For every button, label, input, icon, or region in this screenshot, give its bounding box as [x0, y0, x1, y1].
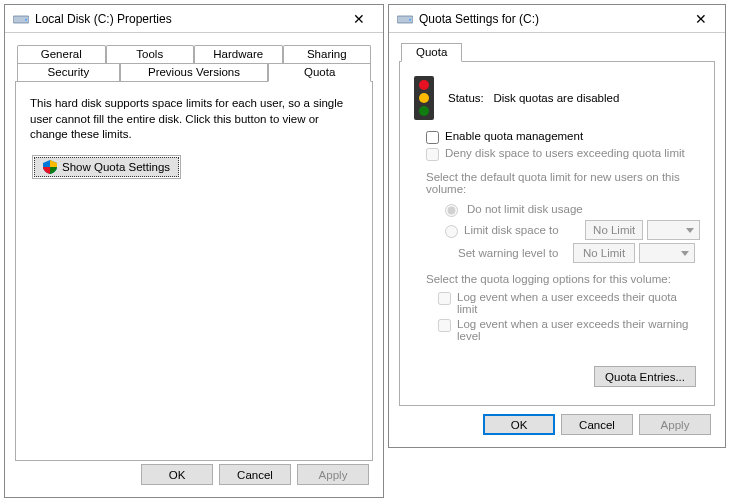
tab-quota[interactable]: Quota [401, 43, 462, 62]
close-button[interactable]: ✕ [339, 7, 379, 31]
close-button[interactable]: ✕ [681, 7, 721, 31]
window-title: Local Disk (C:) Properties [29, 12, 339, 26]
apply-button[interactable]: Apply [297, 464, 369, 485]
tab-hardware[interactable]: Hardware [194, 45, 283, 63]
warning-label: Set warning level to [458, 247, 567, 259]
deny-space-label: Deny disk space to users exceeding quota… [445, 147, 685, 159]
window-title: Quota Settings for (C:) [413, 12, 681, 26]
deny-space-input[interactable] [426, 148, 439, 161]
uac-shield-icon [43, 160, 57, 174]
default-limit-label: Select the default quota limit for new u… [426, 171, 700, 195]
drive-icon [13, 13, 29, 25]
status-row: Status: Disk quotas are disabled [414, 76, 700, 120]
quota-entries-button[interactable]: Quota Entries... [594, 366, 696, 387]
quota-settings-window: Quota Settings for (C:) ✕ Quota Status: … [388, 4, 726, 448]
properties-window: Local Disk (C:) Properties ✕ General Too… [4, 4, 384, 498]
log-warning-input[interactable] [438, 319, 451, 332]
tab-previous-versions[interactable]: Previous Versions [120, 63, 269, 82]
svg-rect-3 [409, 19, 411, 21]
ok-button[interactable]: OK [483, 414, 555, 435]
tab-content: Status: Disk quotas are disabled Enable … [399, 61, 715, 406]
tabs: Quota [401, 43, 713, 62]
show-quota-settings-button[interactable]: Show Quota Settings [34, 157, 179, 177]
tab-sharing[interactable]: Sharing [283, 45, 372, 63]
no-limit-radio[interactable]: Do not limit disk usage [440, 201, 700, 217]
cancel-button[interactable]: Cancel [219, 464, 291, 485]
svg-rect-1 [25, 19, 27, 21]
limit-value-field[interactable]: No Limit [585, 220, 642, 240]
drive-icon [397, 13, 413, 25]
log-warning-checkbox[interactable]: Log event when a user exceeds their warn… [438, 318, 700, 342]
warning-value-field[interactable]: No Limit [573, 243, 635, 263]
cancel-button[interactable]: Cancel [561, 414, 633, 435]
enable-quota-label: Enable quota management [445, 130, 583, 142]
tabs: General Tools Hardware Sharing Security … [17, 45, 371, 82]
no-limit-input[interactable] [445, 204, 458, 217]
warning-level-row: Set warning level to No Limit [458, 243, 700, 263]
tab-security[interactable]: Security [17, 63, 120, 82]
log-quota-checkbox[interactable]: Log event when a user exceeds their quot… [438, 291, 700, 315]
ok-button[interactable]: OK [141, 464, 213, 485]
log-warning-label: Log event when a user exceeds their warn… [457, 318, 700, 342]
deny-space-checkbox[interactable]: Deny disk space to users exceeding quota… [426, 147, 700, 161]
enable-quota-checkbox[interactable]: Enable quota management [426, 130, 700, 144]
dialog-buttons: OK Cancel Apply [15, 456, 373, 489]
limit-unit-dropdown[interactable] [647, 220, 700, 240]
tab-tools[interactable]: Tools [106, 45, 195, 63]
log-quota-label: Log event when a user exceeds their quot… [457, 291, 700, 315]
tab-general[interactable]: General [17, 45, 106, 63]
limit-space-input[interactable] [445, 225, 458, 238]
show-quota-settings-label: Show Quota Settings [62, 161, 170, 173]
enable-quota-input[interactable] [426, 131, 439, 144]
limit-space-row: Limit disk space to No Limit [440, 220, 700, 240]
log-quota-input[interactable] [438, 292, 451, 305]
titlebar: Quota Settings for (C:) ✕ [389, 5, 725, 33]
titlebar: Local Disk (C:) Properties ✕ [5, 5, 383, 33]
logging-label: Select the quota logging options for thi… [426, 273, 700, 285]
tab-quota[interactable]: Quota [268, 63, 371, 82]
status-value: Disk quotas are disabled [493, 92, 619, 104]
no-limit-label: Do not limit disk usage [467, 203, 583, 215]
dialog-buttons: OK Cancel Apply [399, 406, 715, 439]
traffic-light-icon [414, 76, 434, 120]
quota-description: This hard disk supports space limits for… [30, 96, 350, 143]
warning-unit-dropdown[interactable] [639, 243, 695, 263]
limit-space-label: Limit disk space to [464, 224, 579, 236]
status-label: Status: [448, 92, 484, 104]
tab-content: This hard disk supports space limits for… [15, 81, 373, 461]
apply-button[interactable]: Apply [639, 414, 711, 435]
